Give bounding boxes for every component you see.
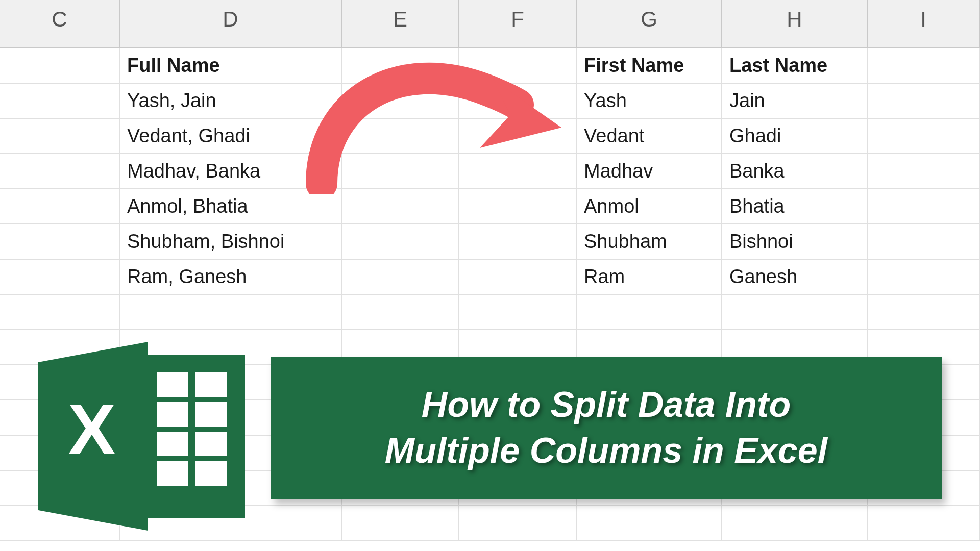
cell[interactable] — [342, 295, 459, 329]
excel-logo-icon: X — [28, 337, 253, 536]
cell[interactable] — [459, 224, 577, 259]
cell[interactable] — [459, 506, 577, 540]
cell[interactable] — [0, 224, 120, 259]
first-name-cell[interactable]: Vedant — [577, 119, 722, 153]
cell[interactable] — [0, 84, 120, 118]
banner-line-2: Multiple Columns in Excel — [385, 431, 827, 470]
column-header-H[interactable]: H — [722, 0, 868, 47]
first-name-cell[interactable]: Yash — [577, 84, 722, 118]
cell[interactable] — [868, 506, 980, 540]
cell[interactable] — [868, 295, 980, 329]
cell[interactable] — [342, 506, 459, 540]
column-header-F[interactable]: F — [459, 0, 577, 47]
svg-rect-7 — [195, 432, 227, 456]
svg-rect-2 — [157, 372, 188, 397]
cell[interactable] — [342, 224, 459, 259]
table-row: Anmol, Bhatia Anmol Bhatia — [0, 189, 980, 224]
cell[interactable] — [0, 295, 120, 329]
table-row — [0, 295, 980, 330]
cell[interactable] — [342, 154, 459, 188]
column-header-C[interactable]: C — [0, 0, 120, 47]
cell[interactable] — [0, 260, 120, 294]
title-banner: How to Split Data Into Multiple Columns … — [271, 357, 942, 499]
cell[interactable] — [722, 506, 868, 540]
cell[interactable] — [459, 48, 577, 83]
cell[interactable] — [868, 224, 980, 259]
first-name-cell[interactable]: Madhav — [577, 154, 722, 188]
column-header-row: C D E F G H I — [0, 0, 980, 48]
last-name-cell[interactable]: Bhatia — [722, 189, 868, 223]
svg-rect-8 — [157, 461, 188, 486]
full-name-cell[interactable]: Madhav, Banka — [120, 154, 342, 188]
header-first-name[interactable]: First Name — [577, 48, 722, 83]
svg-rect-1 — [138, 355, 245, 518]
cell[interactable] — [459, 295, 577, 329]
full-name-cell[interactable]: Yash, Jain — [120, 84, 342, 118]
cell[interactable] — [342, 48, 459, 83]
cell[interactable] — [868, 84, 980, 118]
cell[interactable] — [0, 48, 120, 83]
cell[interactable] — [868, 189, 980, 223]
column-header-E[interactable]: E — [342, 0, 459, 47]
cell[interactable] — [459, 84, 577, 118]
last-name-cell[interactable]: Bishnoi — [722, 224, 868, 259]
cell[interactable] — [342, 189, 459, 223]
cell[interactable] — [342, 119, 459, 153]
full-name-cell[interactable]: Shubham, Bishnoi — [120, 224, 342, 259]
cell[interactable] — [120, 295, 342, 329]
table-row: Yash, Jain Yash Jain — [0, 84, 980, 119]
svg-rect-6 — [157, 432, 188, 456]
cell[interactable] — [0, 189, 120, 223]
cell[interactable] — [459, 154, 577, 188]
table-row: Vedant, Ghadi Vedant Ghadi — [0, 119, 980, 154]
svg-rect-9 — [195, 461, 227, 486]
cell[interactable] — [459, 189, 577, 223]
cell[interactable] — [722, 295, 868, 329]
header-full-name[interactable]: Full Name — [120, 48, 342, 83]
full-name-cell[interactable]: Ram, Ganesh — [120, 260, 342, 294]
last-name-cell[interactable]: Ganesh — [722, 260, 868, 294]
header-last-name[interactable]: Last Name — [722, 48, 868, 83]
svg-rect-5 — [195, 402, 227, 427]
table-row: Madhav, Banka Madhav Banka — [0, 154, 980, 189]
table-row: Shubham, Bishnoi Shubham Bishnoi — [0, 224, 980, 260]
cell[interactable] — [0, 119, 120, 153]
svg-rect-3 — [195, 372, 227, 397]
full-name-cell[interactable]: Vedant, Ghadi — [120, 119, 342, 153]
cell[interactable] — [868, 260, 980, 294]
cell[interactable] — [577, 295, 722, 329]
banner-line-1: How to Split Data Into — [422, 385, 791, 424]
first-name-cell[interactable]: Ram — [577, 260, 722, 294]
cell[interactable] — [342, 260, 459, 294]
full-name-cell[interactable]: Anmol, Bhatia — [120, 189, 342, 223]
first-name-cell[interactable]: Anmol — [577, 189, 722, 223]
last-name-cell[interactable]: Banka — [722, 154, 868, 188]
last-name-cell[interactable]: Jain — [722, 84, 868, 118]
cell[interactable] — [868, 119, 980, 153]
table-row: Ram, Ganesh Ram Ganesh — [0, 260, 980, 295]
cell[interactable] — [868, 154, 980, 188]
column-header-I[interactable]: I — [868, 0, 980, 47]
cell[interactable] — [0, 154, 120, 188]
first-name-cell[interactable]: Shubham — [577, 224, 722, 259]
last-name-cell[interactable]: Ghadi — [722, 119, 868, 153]
column-header-D[interactable]: D — [120, 0, 342, 47]
cell[interactable] — [868, 48, 980, 83]
svg-rect-4 — [157, 402, 188, 427]
cell[interactable] — [459, 119, 577, 153]
cell[interactable] — [577, 506, 722, 540]
banner-text: How to Split Data Into Multiple Columns … — [370, 382, 843, 473]
cell[interactable] — [342, 84, 459, 118]
cell[interactable] — [459, 260, 577, 294]
header-row: Full Name First Name Last Name — [0, 48, 980, 84]
column-header-G[interactable]: G — [577, 0, 722, 47]
svg-text:X: X — [68, 389, 115, 469]
